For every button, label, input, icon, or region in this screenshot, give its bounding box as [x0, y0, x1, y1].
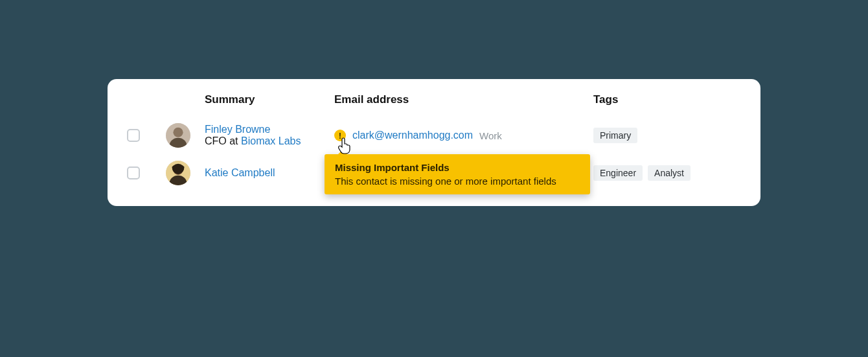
email-type-label: Work [479, 130, 502, 141]
email-link[interactable]: clark@wernhamhogg.com [352, 130, 473, 141]
contact-summary: Finley Browne CFO at Biomax Labs [205, 124, 334, 147]
tooltip-body: This contact is missing one or more impo… [335, 176, 580, 187]
table-header: Summary Email address Tags [127, 93, 741, 106]
avatar[interactable] [166, 161, 190, 185]
contacts-card: Summary Email address Tags Finley Browne… [108, 79, 760, 206]
warning-icon[interactable]: ! [334, 130, 346, 141]
contact-subtitle: CFO at Biomax Labs [205, 135, 334, 147]
col-header-summary: Summary [205, 93, 334, 106]
avatar[interactable] [166, 123, 190, 148]
role-text: CFO at [205, 135, 241, 146]
email-cell: ! clark@wernhamhogg.com Work Missing Imp… [334, 130, 593, 141]
tag[interactable]: Engineer [593, 165, 643, 181]
tag[interactable]: Analyst [648, 165, 691, 181]
tags-cell: Primary [593, 128, 741, 143]
warning-tooltip: Missing Important Fields This contact is… [325, 154, 590, 194]
tag[interactable]: Primary [593, 128, 637, 143]
tags-cell: Engineer Analyst [593, 165, 741, 181]
col-header-tags: Tags [593, 93, 741, 106]
contact-summary: Katie Campbell [205, 167, 334, 179]
row-checkbox[interactable] [127, 167, 140, 179]
contact-name-link[interactable]: Finley Browne [205, 124, 334, 135]
svg-point-1 [173, 128, 183, 137]
tooltip-title: Missing Important Fields [335, 162, 580, 173]
company-link[interactable]: Biomax Labs [241, 135, 301, 146]
row-checkbox[interactable] [127, 129, 140, 142]
table-row: Finley Browne CFO at Biomax Labs ! clark… [127, 117, 741, 154]
contact-name-link[interactable]: Katie Campbell [205, 167, 334, 179]
col-header-email: Email address [334, 93, 593, 106]
